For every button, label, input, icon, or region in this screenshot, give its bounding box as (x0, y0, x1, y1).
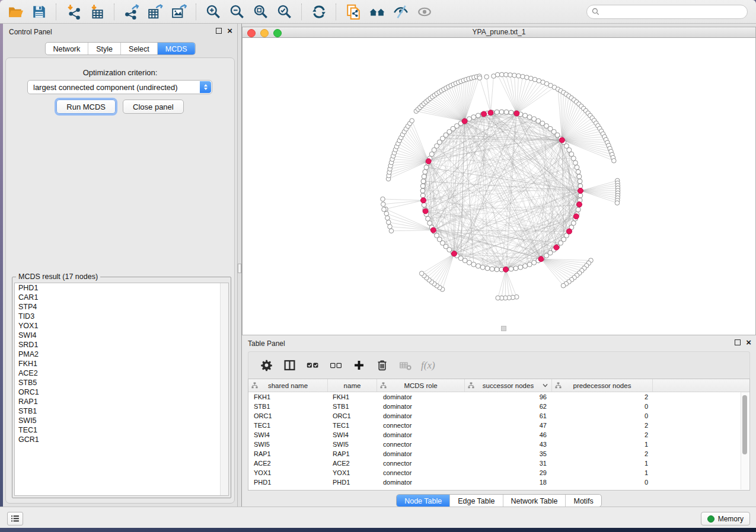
result-node-item[interactable]: ACE2 (15, 368, 228, 378)
close-panel-icon[interactable]: × (746, 339, 751, 345)
table-row-YOX1[interactable]: YOX1YOX1connector291 (248, 468, 749, 477)
result-node-item[interactable]: STB1 (15, 406, 228, 416)
main-area: Control Panel × NetworkStyleSelectMCDS O… (3, 24, 756, 507)
table-row-SWI5[interactable]: SWI5SWI5connector431 (248, 440, 749, 449)
delete-column-button[interactable] (372, 356, 391, 375)
open-button[interactable] (5, 2, 25, 21)
network-area: YPA_prune.txt_1 Table Panel × (242, 24, 756, 507)
maximize-window-icon[interactable] (273, 29, 282, 37)
node-table[interactable]: shared namenameMCDS rolesuccessor nodesp… (248, 379, 750, 491)
tab-node-table[interactable]: Node Table (397, 495, 449, 507)
search-field[interactable] (586, 5, 748, 19)
result-node-item[interactable]: STB5 (15, 378, 228, 387)
export-network-button[interactable] (122, 2, 142, 21)
clone-network-button[interactable] (343, 2, 363, 21)
result-node-item[interactable]: YOX1 (15, 321, 228, 331)
show-column-button[interactable] (280, 356, 299, 375)
deselect-all-button[interactable] (326, 356, 345, 375)
column-type-icon (380, 382, 387, 389)
column-header-MCDS-role[interactable]: MCDS role (377, 379, 465, 392)
tab-motifs[interactable]: Motifs (565, 495, 601, 507)
add-column-button[interactable] (349, 356, 368, 375)
export-image-button[interactable] (169, 2, 189, 21)
search-input[interactable] (602, 7, 742, 17)
result-node-item[interactable]: SRD1 (15, 340, 228, 350)
column-header-shared-name[interactable]: shared name (248, 379, 328, 392)
table-scrollbar-thumb[interactable] (742, 395, 747, 454)
first-neighbors-button[interactable] (367, 2, 387, 21)
table-row-PHD1[interactable]: PHD1PHD1dominator180 (248, 477, 749, 487)
save-button[interactable] (29, 2, 49, 21)
result-node-item[interactable]: PMA2 (15, 350, 228, 359)
result-node-item[interactable]: PHD1 (15, 283, 228, 293)
hide-selected-button[interactable] (391, 2, 411, 21)
table-row-TEC1[interactable]: TEC1TEC1connector472 (248, 421, 749, 430)
tab-mcds[interactable]: MCDS (157, 43, 195, 55)
result-node-item[interactable]: ORC1 (15, 387, 228, 397)
refresh-button[interactable] (309, 2, 329, 21)
result-list-scrollbar[interactable] (220, 283, 228, 495)
table-row-FKH1[interactable]: FKH1FKH1dominator962 (248, 392, 749, 402)
result-node-item[interactable]: CAR1 (15, 293, 228, 302)
app-window: Control Panel × NetworkStyleSelectMCDS O… (0, 0, 756, 532)
result-node-item[interactable]: SWI5 (15, 416, 228, 425)
zoom-fit-button[interactable] (251, 2, 271, 21)
minimize-window-icon[interactable] (260, 29, 269, 37)
plus-icon (353, 359, 365, 371)
result-node-item[interactable]: RAP1 (15, 397, 228, 406)
table-row-RAP1[interactable]: RAP1RAP1dominator352 (248, 449, 749, 459)
splitter-grip[interactable] (238, 264, 241, 273)
close-panel-button[interactable]: Close panel (123, 100, 184, 114)
table-tabs: Node TableEdge TableNetwork TableMotifs (396, 494, 602, 507)
tab-style[interactable]: Style (88, 43, 120, 55)
result-node-item[interactable]: TID3 (15, 312, 228, 321)
cell: dominator (377, 392, 465, 402)
show-panels-button[interactable] (7, 512, 23, 525)
zoom-in-button[interactable] (203, 2, 224, 21)
table-settings-button[interactable] (257, 356, 276, 375)
table-scrollbar[interactable] (741, 392, 749, 489)
import-network-button[interactable] (63, 2, 84, 21)
delete-table-button (395, 356, 414, 375)
cell: 31 (465, 459, 552, 468)
result-node-item[interactable]: STP4 (15, 302, 228, 312)
import-table-button[interactable] (87, 2, 107, 21)
memory-button[interactable]: Memory (701, 512, 750, 525)
tab-select[interactable]: Select (120, 43, 157, 55)
criterion-dropdown[interactable]: largest connected component (undirected) (27, 80, 212, 94)
network-view[interactable] (242, 38, 756, 335)
result-node-item[interactable]: SWI4 (15, 331, 228, 340)
result-node-item[interactable]: GCR1 (15, 435, 228, 444)
tab-network-table[interactable]: Network Table (503, 495, 566, 507)
table-row-ACE2[interactable]: ACE2ACE2connector311 (248, 459, 749, 468)
mcds-tab-content: Optimization criterion: largest connecte… (5, 57, 235, 504)
close-window-icon[interactable] (247, 29, 256, 37)
column-header-successor-nodes[interactable]: successor nodes (465, 379, 552, 392)
column-header-name[interactable]: name (328, 379, 377, 392)
select-all-button[interactable] (303, 356, 322, 375)
close-panel-icon[interactable]: × (227, 28, 232, 34)
network-graph[interactable] (243, 38, 755, 335)
mcds-result-group: MCDS result (17 nodes) PHD1CAR1STP4TID3Y… (12, 277, 231, 498)
vertical-splitter[interactable] (237, 24, 242, 507)
result-node-item[interactable]: FKH1 (15, 359, 228, 368)
export-table-button[interactable] (145, 2, 165, 21)
float-panel-icon[interactable] (735, 339, 741, 345)
tab-edge-table[interactable]: Edge Table (449, 495, 502, 507)
mcds-result-list[interactable]: PHD1CAR1STP4TID3YOX1SWI4SRD1PMA2FKH1ACE2… (14, 283, 229, 496)
control-panel: Control Panel × NetworkStyleSelectMCDS O… (3, 24, 237, 507)
cell: 18 (465, 477, 552, 487)
function-builder-icon: f(x) (421, 360, 435, 371)
horizontal-splitter-grip[interactable] (501, 326, 506, 331)
result-node-item[interactable]: TEC1 (15, 425, 228, 435)
tab-network[interactable]: Network (45, 43, 88, 55)
zoom-out-icon (229, 4, 245, 20)
float-panel-icon[interactable] (216, 28, 222, 34)
table-row-STB1[interactable]: STB1STB1dominator620 (248, 402, 749, 411)
zoom-selected-button[interactable] (275, 2, 295, 21)
table-row-ORC1[interactable]: ORC1ORC1dominator610 (248, 411, 749, 421)
run-mcds-button[interactable]: Run MCDS (56, 100, 116, 114)
column-header-predecessor-nodes[interactable]: predecessor nodes (552, 379, 653, 392)
table-row-SWI4[interactable]: SWI4SWI4dominator462 (248, 430, 749, 440)
zoom-out-button[interactable] (227, 2, 247, 21)
